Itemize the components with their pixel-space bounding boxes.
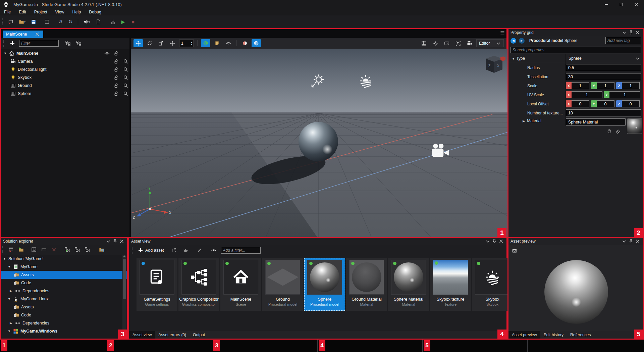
tab-asset-preview[interactable]: Asset preview bbox=[508, 331, 540, 339]
tab-close-icon[interactable] bbox=[35, 32, 40, 37]
asset-tile-sphere-selected[interactable]: Sphere Procedural model bbox=[304, 258, 345, 311]
tree-row-solution[interactable]: ▼ Solution 'MyGame' bbox=[1, 255, 127, 263]
edit-icon[interactable] bbox=[196, 246, 204, 254]
pin-icon[interactable] bbox=[491, 237, 498, 245]
asset-tile-skybox-texture[interactable]: Skybox texture Texture bbox=[430, 258, 471, 311]
num-textures-field[interactable] bbox=[566, 109, 641, 116]
lock-icon[interactable] bbox=[113, 51, 120, 56]
menu-debug[interactable]: Debug bbox=[85, 10, 105, 14]
hand-pick-icon[interactable] bbox=[605, 127, 613, 135]
asset-filter-input[interactable] bbox=[221, 247, 261, 254]
type-dropdown-chevron-icon[interactable] bbox=[635, 56, 640, 61]
show-in-explorer-icon[interactable] bbox=[98, 246, 106, 254]
open-icon[interactable]: ▾ bbox=[17, 18, 28, 26]
close-panel-icon[interactable] bbox=[498, 237, 504, 245]
search-properties-input[interactable] bbox=[511, 47, 641, 53]
asset-tile-sphere-material[interactable]: Sphere Material Material bbox=[388, 258, 429, 311]
expand-tree-icon[interactable] bbox=[64, 39, 72, 47]
sync-tree-icon[interactable] bbox=[84, 246, 92, 254]
collapse-tree-icon[interactable] bbox=[75, 39, 83, 47]
panel-menu-chevron-icon[interactable] bbox=[621, 237, 628, 245]
scale-y-field[interactable]: 1 bbox=[597, 82, 614, 89]
note-icon[interactable] bbox=[212, 39, 222, 47]
panel-menu-chevron-icon[interactable] bbox=[621, 29, 628, 37]
tree-row-mygame-windows[interactable]: ▼ MyGame.Windows bbox=[1, 327, 127, 335]
frame-selection-icon[interactable] bbox=[453, 39, 463, 47]
play-icon[interactable]: ▶ bbox=[119, 18, 127, 26]
hierarchy-filter-input[interactable] bbox=[19, 40, 59, 47]
tree-row-code[interactable]: Code bbox=[1, 311, 127, 319]
select-magnifier-icon[interactable] bbox=[122, 91, 129, 96]
lock-icon[interactable] bbox=[113, 75, 120, 80]
redo-icon[interactable]: ↻ bbox=[66, 18, 74, 26]
menu-edit[interactable]: Edit bbox=[15, 10, 30, 14]
close-button[interactable] bbox=[629, 0, 644, 9]
asset-tile-ground[interactable]: Ground Procedural model bbox=[262, 258, 303, 311]
tree-row-ground[interactable]: Ground bbox=[1, 82, 129, 90]
toolbar-drag-handle[interactable] bbox=[2, 18, 3, 25]
new-folder-icon[interactable] bbox=[17, 246, 25, 254]
tree-row-mygame-linux[interactable]: ▼ MyGame.Linux bbox=[1, 295, 127, 303]
undo-icon[interactable]: ↺ bbox=[56, 18, 64, 26]
add-entity-button[interactable] bbox=[8, 39, 16, 47]
tab-asset-view[interactable]: Asset view bbox=[129, 331, 155, 339]
tree-row-assets-selected[interactable]: Assets bbox=[1, 271, 127, 279]
hierarchy-drag-handle[interactable] bbox=[3, 40, 4, 47]
close-panel-icon[interactable] bbox=[634, 237, 641, 245]
nav-back-button[interactable]: ◀ bbox=[511, 38, 516, 44]
tree-row-clipped[interactable] bbox=[1, 335, 127, 336]
tree-row-mainscene[interactable]: ▼ MainScene bbox=[1, 49, 129, 57]
select-magnifier-icon[interactable] bbox=[122, 67, 129, 72]
camera-settings-icon[interactable] bbox=[465, 39, 474, 47]
screen-settings-icon[interactable] bbox=[442, 39, 451, 47]
pin-icon[interactable] bbox=[112, 237, 118, 245]
tab-edit-history[interactable]: Edit history bbox=[540, 331, 567, 339]
snap-value-stepper[interactable]: 1 ▲▼ bbox=[179, 40, 194, 47]
tree-row-dependencies[interactable]: ▶ Dependencies bbox=[1, 319, 127, 327]
lock-icon[interactable] bbox=[113, 67, 120, 72]
close-scene-icon[interactable] bbox=[7, 18, 15, 26]
expander-icon[interactable]: ▼ bbox=[4, 52, 7, 55]
add-tag-input[interactable] bbox=[605, 37, 641, 44]
expander-icon[interactable]: ▼ bbox=[3, 257, 6, 260]
sphere-object[interactable] bbox=[299, 122, 338, 161]
preview-sphere-render[interactable] bbox=[544, 260, 608, 324]
render-mode-icon[interactable] bbox=[240, 39, 250, 47]
asset-tile-gamesettings[interactable]: GameSettings Game settings bbox=[137, 258, 177, 311]
expander-icon[interactable]: ▼ bbox=[8, 297, 11, 301]
uv-scale-x-field[interactable]: 1 bbox=[572, 91, 602, 98]
tree-row-skybox[interactable]: Skybox bbox=[1, 73, 129, 82]
screenshot-camera-icon[interactable] bbox=[511, 247, 519, 255]
world-space-toggle[interactable] bbox=[201, 39, 210, 47]
offset-y-field[interactable]: 0 bbox=[597, 100, 614, 107]
navigation-globe-toggle[interactable] bbox=[252, 39, 261, 47]
collapse-all-icon[interactable] bbox=[73, 246, 82, 254]
minimize-button[interactable] bbox=[599, 0, 614, 9]
pin-icon[interactable] bbox=[628, 237, 634, 245]
menu-help[interactable]: Help bbox=[68, 10, 85, 14]
lock-icon[interactable] bbox=[113, 91, 120, 96]
teapot-icon[interactable] bbox=[181, 246, 190, 254]
lock-icon[interactable] bbox=[113, 83, 120, 88]
panel-menu-chevron-icon[interactable] bbox=[484, 237, 491, 245]
offset-x-field[interactable]: 0 bbox=[572, 100, 589, 107]
tree-row-directional-light[interactable]: Directional light bbox=[1, 65, 129, 73]
expander-icon[interactable]: ▼ bbox=[8, 330, 11, 333]
scene-3d-view[interactable]: Z X Y X Z bbox=[131, 49, 508, 239]
lighting-toggle-icon[interactable] bbox=[431, 39, 440, 47]
tab-menu-icon[interactable] bbox=[498, 29, 506, 37]
export-icon[interactable] bbox=[170, 246, 178, 254]
menu-project[interactable]: Project bbox=[30, 10, 51, 14]
menu-file[interactable]: File bbox=[0, 10, 15, 14]
offset-z-field[interactable]: 0 bbox=[622, 100, 640, 107]
toolbar-drag-handle[interactable] bbox=[2, 246, 4, 253]
menu-view[interactable]: View bbox=[51, 10, 68, 14]
tab-references[interactable]: References bbox=[567, 331, 594, 339]
property-row-type[interactable]: ▼ Type Sphere bbox=[508, 54, 643, 63]
expander-icon[interactable]: ▼ bbox=[512, 57, 515, 60]
scrollbar[interactable] bbox=[122, 255, 126, 335]
debug-target-icon[interactable]: ▾ bbox=[82, 18, 92, 26]
scale-x-field[interactable]: 1 bbox=[572, 82, 589, 89]
scale-tool-button[interactable] bbox=[156, 39, 166, 47]
asset-tile-graphics-compositor[interactable]: Graphics Compositor Graphics compositor bbox=[178, 258, 219, 311]
